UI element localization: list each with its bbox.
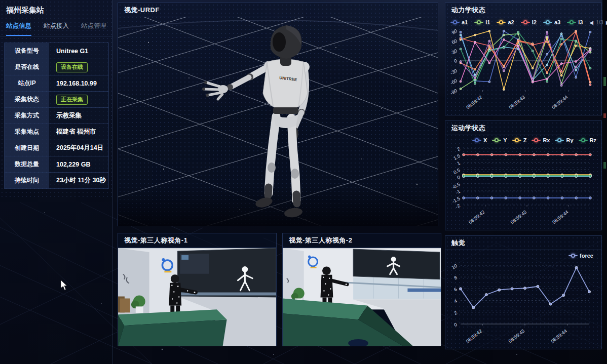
svg-text:08:59:43: 08:59:43 xyxy=(508,94,526,110)
legend-marker-icon xyxy=(521,20,530,24)
page-title: 福州采集站 xyxy=(0,0,112,18)
camera2-scene xyxy=(283,248,441,346)
row-value: 设备在线 xyxy=(49,59,108,75)
legend-marker-icon xyxy=(497,20,506,24)
row-value: 23小时 11分 30秒 xyxy=(49,173,108,188)
svg-text:90: 90 xyxy=(450,28,458,35)
tactile-panel-title: 触觉 xyxy=(445,236,601,250)
legend-item-Z[interactable]: Z xyxy=(512,137,527,143)
svg-text:1: 1 xyxy=(456,160,461,166)
pager-page-indicator: 1/3 xyxy=(596,19,603,25)
row-value: 102,229 GB xyxy=(49,156,108,172)
row-label: 采集方式 xyxy=(5,108,49,124)
table-row: 持续时间23小时 11分 30秒 xyxy=(5,173,108,189)
svg-text:0: 0 xyxy=(456,174,461,180)
table-row: 采集状态正在采集 xyxy=(5,92,108,108)
urdf-3d-viewport[interactable]: UNITREE xyxy=(118,17,438,228)
legend-marker-icon xyxy=(532,138,541,142)
table-row: 是否在线设备在线 xyxy=(5,59,108,75)
camera2-panel: 视觉-第三人称视角-2 xyxy=(282,233,441,346)
dynamics-panel: 动力学状态 a1i1a2i2a3i3 ◀ 1/3 ▶ 9060300-30-60… xyxy=(445,3,602,115)
svg-text:2: 2 xyxy=(453,310,458,316)
row-value: 示教采集 xyxy=(49,108,108,124)
legend-item-a1[interactable]: a1 xyxy=(450,19,468,25)
sidebar-divider xyxy=(112,0,113,364)
svg-text:30: 30 xyxy=(450,48,458,55)
table-row: 设备型号Unitree G1 xyxy=(5,43,108,59)
svg-text:-0.5: -0.5 xyxy=(451,181,461,190)
svg-text:6: 6 xyxy=(453,286,458,292)
legend-item-X[interactable]: X xyxy=(472,137,487,143)
tab-站点管理[interactable]: 站点管理 xyxy=(81,22,106,36)
svg-text:8: 8 xyxy=(453,274,458,280)
legend-marker-icon xyxy=(472,138,481,142)
legend-item-Y[interactable]: Y xyxy=(492,137,507,143)
camera2-video xyxy=(283,248,441,348)
svg-text:0.5: 0.5 xyxy=(452,167,461,175)
table-row: 创建日期2025年04月14日 xyxy=(5,140,108,156)
legend-marker-icon xyxy=(567,20,576,24)
legend-marker-icon xyxy=(474,20,483,24)
kinematics-legend: XYZRxRyRz xyxy=(445,135,601,144)
legend-item-Rz[interactable]: Rz xyxy=(579,137,596,143)
station-sidebar: 福州采集站 站点信息站点接入站点管理 设备型号Unitree G1是否在线设备在… xyxy=(0,0,112,364)
row-label: 采集状态 xyxy=(5,92,49,107)
tab-站点信息[interactable]: 站点信息 xyxy=(6,22,31,36)
svg-text:-1: -1 xyxy=(454,188,461,195)
camera1-video xyxy=(118,248,276,348)
row-label: 是否在线 xyxy=(5,59,49,75)
legend-marker-icon xyxy=(579,138,588,142)
row-label: 数据总量 xyxy=(5,156,49,172)
legend-item-a3[interactable]: a3 xyxy=(543,19,560,25)
kinematics-chart: 21.510.50-0.5-1-1.5-208:59:4208:59:4308:… xyxy=(445,144,595,225)
camera1-scene xyxy=(118,248,276,346)
row-value: 正在采集 xyxy=(49,92,108,107)
table-row: 采集地点福建省 福州市 xyxy=(5,124,108,140)
svg-text:-30: -30 xyxy=(449,68,458,76)
dynamics-chart: 9060300-30-60-9008:59:4208:59:4308:59:44 xyxy=(445,26,595,110)
svg-text:08:59:44: 08:59:44 xyxy=(550,328,568,344)
svg-text:60: 60 xyxy=(450,38,458,46)
urdf-panel-title: 视觉-URDF xyxy=(118,3,438,17)
kinematics-panel: 运动学状态 XYZRxRyRz 21.510.50-0.5-1-1.5-208:… xyxy=(445,120,602,230)
legend-item-a2[interactable]: a2 xyxy=(497,19,514,25)
legend-item-Rx[interactable]: Rx xyxy=(532,137,550,143)
urdf-3d-scene: UNITREE xyxy=(118,17,438,226)
dynamics-panel-title: 动力学状态 xyxy=(445,3,601,17)
table-row: 采集方式示教采集 xyxy=(5,108,108,124)
svg-text:10: 10 xyxy=(450,263,458,270)
row-label: 采集地点 xyxy=(5,124,49,140)
legend-item-i2[interactable]: i2 xyxy=(521,19,537,25)
tactile-panel: 触觉 force 108642008:59:4208:59:4308:59:44 xyxy=(445,235,602,349)
camera1-panel: 视觉-第三人称视角-1 xyxy=(118,233,277,346)
svg-text:2: 2 xyxy=(456,146,461,152)
svg-text:-90: -90 xyxy=(449,88,458,96)
legend-marker-icon xyxy=(555,138,564,142)
legend-pager: ◀ 1/3 ▶ xyxy=(589,19,607,25)
kinematics-panel-title: 运动学状态 xyxy=(445,121,601,135)
tab-站点接入[interactable]: 站点接入 xyxy=(44,22,69,36)
svg-text:-2: -2 xyxy=(454,203,461,210)
row-label: 站点IP xyxy=(5,75,49,91)
legend-item-Ry[interactable]: Ry xyxy=(555,137,573,143)
tactile-legend: force xyxy=(568,253,593,259)
camera2-panel-title: 视觉-第三人称视角-2 xyxy=(283,233,441,248)
tactile-chart: 108642008:59:4208:59:4308:59:44 xyxy=(445,250,595,347)
legend-item-i1[interactable]: i1 xyxy=(474,19,490,25)
svg-text:08:59:42: 08:59:42 xyxy=(465,94,483,110)
row-value: 192.168.10.99 xyxy=(49,75,108,91)
svg-text:08:59:43: 08:59:43 xyxy=(509,209,527,225)
pager-prev-icon[interactable]: ◀ xyxy=(589,20,593,25)
svg-text:1.5: 1.5 xyxy=(452,153,461,161)
svg-text:0: 0 xyxy=(453,321,458,328)
screen-edge-artifact xyxy=(602,0,607,364)
legend-item-i3[interactable]: i3 xyxy=(567,19,583,25)
row-value: 福建省 福州市 xyxy=(49,124,108,140)
svg-text:-60: -60 xyxy=(449,77,458,86)
legend-marker-icon xyxy=(568,254,578,258)
legend-marker-icon xyxy=(492,138,501,142)
svg-text:08:59:42: 08:59:42 xyxy=(468,209,486,225)
row-value: 2025年04月14日 xyxy=(49,140,108,156)
legend-item-force[interactable]: force xyxy=(568,253,593,259)
svg-text:08:59:42: 08:59:42 xyxy=(465,328,483,344)
